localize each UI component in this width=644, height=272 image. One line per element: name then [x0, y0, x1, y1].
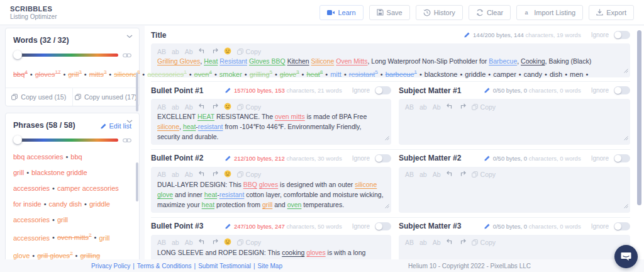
lowercase-button[interactable]: ab	[172, 171, 179, 178]
keyword-tag[interactable]: dish	[550, 71, 562, 78]
link-icon[interactable]	[123, 49, 131, 60]
keyword-tag[interactable]: men	[570, 71, 583, 78]
ignore-toggle[interactable]	[614, 154, 630, 162]
undo-icon[interactable]	[447, 171, 453, 178]
redo-icon[interactable]	[211, 48, 218, 55]
edit-pencil-icon[interactable]	[225, 155, 231, 162]
resize-handle[interactable]	[624, 132, 628, 143]
collapse-chevron-icon[interactable]	[126, 30, 133, 41]
resize-handle[interactable]	[385, 132, 389, 143]
emoji-picker-icon[interactable]	[224, 170, 231, 179]
footer-link[interactable]: Site Map	[258, 263, 282, 269]
import-listing-button[interactable]: a Import Listing	[516, 5, 583, 20]
keyword-tag[interactable]: mitts3	[89, 71, 107, 78]
slider-knob[interactable]	[13, 50, 22, 59]
footer-link[interactable]: Privacy Policy	[91, 263, 130, 269]
keyword-tag[interactable]: blackstone	[425, 71, 458, 78]
ignore-toggle[interactable]	[375, 222, 391, 230]
frequency-slider[interactable]	[13, 135, 118, 144]
keyword-tag[interactable]: oven4	[194, 71, 212, 78]
copy-button[interactable]: Copy	[237, 239, 262, 246]
emoji-picker-icon[interactable]	[224, 47, 231, 56]
lowercase-button[interactable]: ab	[172, 239, 179, 246]
keyword-tag[interactable]: gloves17	[35, 71, 61, 78]
uppercase-button[interactable]: AB	[157, 171, 166, 178]
emoji-picker-icon[interactable]	[224, 238, 231, 247]
history-button[interactable]: History	[416, 5, 463, 20]
frequency-slider[interactable]	[13, 50, 118, 59]
keyword-tag[interactable]: accessories1	[147, 71, 187, 78]
copy-button[interactable]: Copy	[472, 171, 496, 178]
edit-pencil-icon[interactable]	[464, 31, 470, 38]
copy-button[interactable]: Copy	[472, 103, 496, 111]
titlecase-button[interactable]: Ab	[185, 103, 193, 111]
resize-handle[interactable]	[624, 200, 628, 211]
keyword-tag[interactable]: grill3	[68, 71, 82, 78]
ignore-toggle[interactable]	[614, 31, 630, 39]
bullet-1-input[interactable]: EXCELLENT HEAT RESISTANCE. The oven mitt…	[157, 112, 385, 142]
edit-pencil-icon[interactable]	[484, 155, 491, 162]
uppercase-button[interactable]: AB	[157, 103, 166, 111]
titlecase-button[interactable]: Ab	[185, 239, 193, 246]
save-button[interactable]: Save	[369, 5, 410, 20]
resize-handle[interactable]	[624, 64, 628, 76]
ignore-toggle[interactable]	[375, 154, 391, 162]
keyword-tag[interactable]: bbq accessories	[13, 153, 64, 161]
redo-icon[interactable]	[459, 239, 466, 246]
edit-pencil-icon[interactable]	[484, 87, 491, 94]
keyword-tag[interactable]: camper	[493, 71, 516, 78]
keyword-tag[interactable]: mitt	[330, 71, 341, 78]
collapse-chevron-icon[interactable]	[126, 115, 133, 126]
resize-handle[interactable]	[385, 200, 389, 211]
uppercase-button[interactable]: AB	[157, 239, 166, 246]
uppercase-button[interactable]: AB	[157, 48, 166, 55]
lowercase-button[interactable]: ab	[419, 239, 427, 246]
undo-icon[interactable]	[447, 239, 453, 246]
redo-icon[interactable]	[459, 103, 466, 111]
footer-link[interactable]: Terms & Conditions	[137, 263, 192, 269]
export-button[interactable]: Export	[589, 5, 634, 20]
keyword-tag[interactable]: heat8	[306, 71, 323, 78]
undo-icon[interactable]	[199, 103, 206, 111]
keyword-tag[interactable]: smoker	[219, 71, 242, 78]
copy-button[interactable]: Copy	[237, 103, 262, 111]
titlecase-button[interactable]: Ab	[433, 239, 441, 246]
clear-button[interactable]: Clear	[469, 5, 511, 20]
keyword-tag[interactable]: griddle	[465, 71, 486, 78]
undo-icon[interactable]	[199, 171, 206, 178]
titlecase-button[interactable]: Ab	[433, 171, 441, 178]
titlecase-button[interactable]: Ab	[433, 103, 441, 111]
redo-icon[interactable]	[459, 171, 466, 178]
bullet-2-input[interactable]: DUAL-LAYER DESIGN: This BBQ gloves is de…	[157, 180, 385, 210]
keyword-tag[interactable]: candy dish	[49, 200, 82, 208]
ignore-toggle[interactable]	[614, 86, 630, 94]
keyword-tag[interactable]: grilling5	[250, 71, 272, 78]
chat-widget-button[interactable]	[614, 245, 638, 268]
bullet-3-input[interactable]: LONG SLEEVE and ROPE DESIGN: This cookin…	[157, 248, 385, 261]
keyword-tag[interactable]: bbq4	[13, 71, 28, 78]
keyword-tag[interactable]: grill gloves2	[37, 252, 72, 259]
link-icon[interactable]	[123, 134, 131, 145]
title-input[interactable]: Grilling Gloves, Heat Resistant Gloves B…	[157, 57, 624, 67]
keyword-tag[interactable]: barbecue1	[386, 71, 417, 78]
redo-icon[interactable]	[211, 103, 218, 111]
keyword-tag[interactable]: glove3	[280, 71, 299, 78]
copy-button[interactable]: Copy	[237, 48, 262, 55]
keyword-tag[interactable]: oven mitts2	[57, 234, 92, 241]
keyword-tag[interactable]: resistant5	[349, 71, 378, 78]
undo-icon[interactable]	[199, 239, 206, 246]
copy-button[interactable]: Copy	[472, 239, 496, 246]
redo-icon[interactable]	[211, 171, 218, 178]
uppercase-button[interactable]: AB	[405, 103, 414, 111]
ignore-toggle[interactable]	[375, 86, 391, 94]
lowercase-button[interactable]: ab	[419, 103, 427, 111]
learn-button[interactable]: Learn	[319, 5, 363, 20]
titlecase-button[interactable]: Ab	[185, 48, 193, 55]
uppercase-button[interactable]: AB	[405, 239, 414, 246]
lowercase-button[interactable]: ab	[419, 171, 427, 178]
lowercase-button[interactable]: ab	[172, 48, 179, 55]
edit-pencil-icon[interactable]	[484, 223, 491, 230]
copy-unused-words-button[interactable]: Copy unused (17)	[73, 88, 140, 106]
edit-pencil-icon[interactable]	[225, 223, 231, 230]
ignore-toggle[interactable]	[614, 222, 630, 230]
